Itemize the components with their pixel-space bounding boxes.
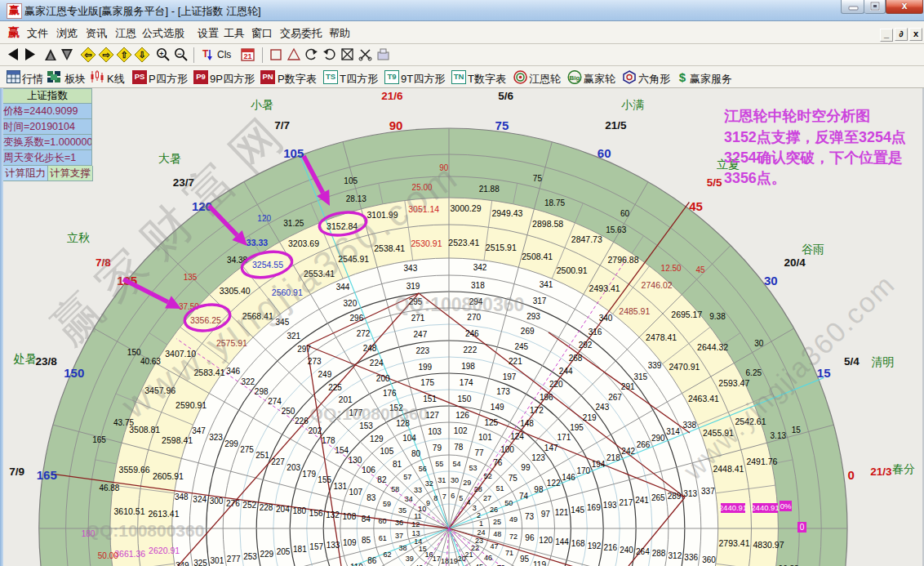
svg-text:338: 338: [682, 421, 696, 430]
svg-text:100: 100: [500, 445, 514, 454]
svg-text:57: 57: [403, 473, 411, 481]
svg-text:144: 144: [555, 537, 569, 546]
svg-text:2515.91: 2515.91: [486, 243, 517, 252]
svg-text:78: 78: [454, 443, 464, 452]
svg-text:218: 218: [606, 453, 620, 462]
svg-text:3000.29: 3000.29: [451, 203, 482, 213]
svg-text:2898.58: 2898.58: [532, 219, 563, 229]
svg-text:220: 220: [549, 380, 563, 389]
svg-text:264: 264: [636, 547, 650, 556]
svg-text:31: 31: [438, 476, 446, 484]
svg-text:2613.41: 2613.41: [149, 509, 180, 519]
svg-text:2620.91: 2620.91: [149, 546, 180, 555]
svg-text:2440.91: 2440.91: [751, 503, 779, 512]
svg-text:9: 9: [426, 499, 430, 507]
svg-text:90: 90: [389, 118, 403, 132]
svg-text:290: 290: [651, 434, 665, 443]
svg-text:37: 37: [395, 532, 403, 540]
svg-text:50: 50: [504, 499, 513, 507]
svg-text:45: 45: [696, 265, 706, 274]
svg-text:172: 172: [530, 406, 544, 415]
svg-text:97: 97: [541, 510, 551, 519]
svg-text:31.25: 31.25: [283, 219, 304, 228]
svg-text:316: 316: [589, 328, 602, 336]
svg-text:252: 252: [242, 501, 256, 510]
svg-text:267: 267: [608, 393, 622, 402]
svg-text:322: 322: [241, 377, 255, 386]
svg-text:82: 82: [377, 475, 387, 484]
svg-text:173: 173: [496, 387, 510, 396]
svg-text:135: 135: [184, 273, 198, 282]
svg-text:200: 200: [376, 374, 390, 383]
svg-text:341: 341: [540, 280, 553, 289]
svg-text:30: 30: [754, 339, 764, 348]
svg-text:318: 318: [471, 281, 485, 290]
svg-text:268: 268: [569, 354, 583, 363]
svg-text:81: 81: [393, 460, 402, 469]
svg-text:169: 169: [587, 503, 601, 512]
svg-text:21/3: 21/3: [870, 466, 892, 478]
svg-text:45: 45: [475, 563, 483, 566]
svg-text:103: 103: [428, 427, 442, 436]
svg-text:291: 291: [621, 382, 635, 391]
svg-text:75: 75: [495, 118, 509, 132]
svg-text:317: 317: [533, 296, 547, 305]
svg-text:216: 216: [603, 543, 617, 552]
svg-text:20/4: 20/4: [784, 256, 806, 269]
svg-text:19: 19: [450, 557, 458, 565]
svg-text:130: 130: [349, 456, 362, 465]
svg-text:2593.47: 2593.47: [718, 378, 749, 388]
svg-text:120: 120: [257, 214, 271, 223]
svg-text:15.63: 15.63: [606, 225, 626, 234]
svg-text:340: 340: [599, 314, 613, 323]
svg-text:49: 49: [509, 515, 518, 524]
svg-text:55: 55: [435, 460, 443, 468]
svg-text:75: 75: [533, 174, 543, 183]
svg-text:312: 312: [669, 551, 682, 560]
svg-text:32: 32: [425, 479, 433, 488]
svg-text:39: 39: [406, 555, 414, 563]
svg-text:288: 288: [652, 549, 666, 558]
svg-text:+: +: [159, 50, 163, 58]
svg-text:2470.91: 2470.91: [669, 362, 700, 372]
svg-text:56: 56: [419, 465, 427, 473]
svg-text:3610.51: 3610.51: [114, 506, 145, 516]
svg-text:180: 180: [292, 506, 306, 515]
svg-text:274: 274: [268, 397, 282, 406]
svg-text:192: 192: [588, 541, 602, 550]
svg-text:75: 75: [509, 474, 518, 483]
svg-text:6.25: 6.25: [746, 368, 762, 377]
svg-text:229: 229: [260, 550, 273, 559]
svg-text:29: 29: [463, 479, 471, 487]
svg-text:79: 79: [433, 443, 442, 452]
svg-text:225: 225: [328, 383, 342, 392]
svg-text:325: 325: [193, 559, 207, 566]
svg-text:QQ:100800360: QQ:100800360: [87, 521, 205, 540]
svg-text:221: 221: [509, 357, 522, 366]
svg-text:146: 146: [562, 473, 575, 482]
svg-text:150: 150: [127, 348, 141, 357]
svg-text:224: 224: [370, 359, 384, 368]
svg-text:59: 59: [383, 500, 391, 508]
svg-text:360: 360: [702, 555, 716, 564]
svg-text:339: 339: [648, 361, 662, 370]
svg-text:148: 148: [520, 419, 534, 428]
svg-text:133: 133: [327, 541, 340, 550]
svg-text:37.50: 37.50: [179, 302, 199, 311]
svg-text:109: 109: [343, 538, 357, 547]
svg-text:175: 175: [420, 378, 434, 387]
svg-text:219: 219: [583, 413, 597, 422]
svg-text:313: 313: [683, 489, 697, 498]
svg-text:15: 15: [792, 426, 802, 435]
svg-text:246: 246: [465, 329, 479, 338]
svg-text:3305.40: 3305.40: [220, 286, 251, 296]
svg-text:131: 131: [333, 482, 347, 491]
svg-text:2500.91: 2500.91: [557, 265, 588, 275]
svg-text:157: 157: [309, 542, 323, 551]
svg-text:18.75: 18.75: [544, 198, 565, 207]
svg-text:323: 323: [209, 433, 223, 442]
svg-text:203: 203: [287, 463, 300, 472]
svg-text:21/6: 21/6: [381, 90, 403, 102]
svg-text:⇨: ⇨: [102, 50, 110, 60]
svg-text:150: 150: [64, 366, 84, 380]
